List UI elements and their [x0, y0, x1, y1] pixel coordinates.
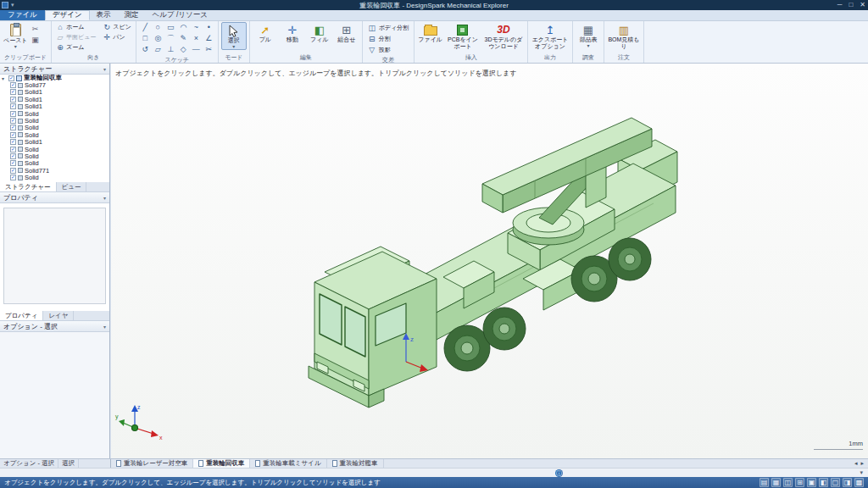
orient-button[interactable]: ↻スピン — [101, 22, 133, 32]
visibility-checkbox[interactable]: ✓ — [10, 89, 16, 95]
tab-properties[interactable]: プロパティ — [0, 311, 43, 320]
orient-button[interactable]: ⌂ホーム — [54, 22, 97, 32]
paste-button[interactable]: ペースト ▾ — [3, 22, 29, 49]
visibility-checkbox[interactable]: ✓ — [10, 125, 16, 130]
visibility-checkbox[interactable]: ✓ — [10, 139, 16, 145]
tree-root-item[interactable]: ▾ ✓ 重装輪回収車 — [0, 75, 109, 81]
visibility-checkbox[interactable]: ✓ — [10, 147, 16, 152]
status-toggle-icon[interactable]: ▩ — [854, 478, 864, 487]
next-tab-icon[interactable]: ▸ — [860, 460, 864, 467]
tree-item[interactable]: ✓Solid1 — [0, 89, 109, 96]
sketch-tool-icon[interactable]: ◠ — [177, 22, 190, 33]
bom-quote-button[interactable]: ▥ BOM見積もり — [607, 22, 641, 49]
sketch-tool-icon[interactable]: ╱ — [139, 22, 152, 33]
sketch-tool-icon[interactable]: ∠ — [203, 33, 215, 44]
combine-button[interactable]: ⊞ 組合せ — [334, 22, 359, 43]
sketch-tool-icon[interactable]: ― — [190, 44, 203, 55]
document-tab[interactable]: 重装輪回収車 — [193, 459, 250, 468]
sketch-tool-icon[interactable]: × — [190, 33, 203, 44]
tree-item[interactable]: ✓Solid1 — [0, 96, 109, 103]
tree-item[interactable]: ✓Solid — [0, 152, 109, 159]
orient-button[interactable]: ✛パン — [101, 32, 133, 42]
tab-file[interactable]: ファイル — [0, 10, 45, 20]
tab-measure[interactable]: 測定 — [118, 10, 146, 20]
orient-button[interactable]: ⊕ズーム — [54, 42, 97, 53]
3d-viewport[interactable]: z x y z オブジェクトをクリックします。ダブルクリックして、エッジループを… — [111, 64, 868, 458]
collapse-icon[interactable]: ▾ — [103, 66, 106, 72]
visibility-checkbox[interactable]: ✓ — [10, 160, 16, 166]
pull-button[interactable]: ➚ プル — [253, 22, 278, 43]
status-toggle-icon[interactable]: ▦ — [771, 478, 781, 487]
status-toggle-icon[interactable]: ◫ — [783, 478, 793, 487]
prev-tab-icon[interactable]: ◂ — [854, 460, 858, 467]
status-toggle-icon[interactable]: ◨ — [843, 478, 852, 487]
tab-options-selection[interactable]: オプション - 選択 — [0, 459, 58, 468]
visibility-checkbox[interactable]: ✓ — [10, 168, 16, 174]
tab-selection[interactable]: 選択 — [58, 459, 79, 468]
properties-grid[interactable] — [3, 208, 106, 304]
collapse-icon[interactable]: ▾ — [103, 324, 106, 330]
export-options-button[interactable]: ↥ エクスポートオプション — [531, 22, 570, 49]
model-canvas[interactable]: z x y z — [111, 64, 868, 458]
tab-views[interactable]: ビュー — [57, 182, 87, 191]
move-button[interactable]: ✛ 移動 — [280, 22, 305, 43]
tree-item[interactable]: ✓Solid771 — [0, 167, 109, 174]
sketch-tool-icon[interactable]: ⊥ — [164, 44, 177, 55]
insert-file-button[interactable]: ファイル — [417, 22, 443, 43]
tree-item[interactable]: ✓Solid — [0, 117, 109, 124]
tree-item[interactable]: ✓Solid — [0, 146, 109, 152]
tab-view[interactable]: 表示 — [90, 10, 118, 20]
intersect-button[interactable]: ◫ボディ分割 — [365, 22, 412, 33]
twisty-icon[interactable]: ▾ — [2, 75, 7, 81]
copy-icon[interactable]: ▣ — [31, 35, 41, 45]
tree-item[interactable]: ✓Solid77 — [0, 81, 109, 88]
visibility-checkbox[interactable]: ✓ — [10, 118, 16, 124]
document-tab[interactable]: 重装輪対艦車 — [327, 459, 384, 468]
download-3d-model-button[interactable]: 3D 3Dモデルのダウンロード — [482, 22, 525, 49]
visibility-checkbox[interactable]: ✓ — [10, 82, 16, 88]
tree-item[interactable]: ✓Solid1 — [0, 139, 109, 146]
tab-design[interactable]: デザイン — [45, 10, 90, 20]
tab-structure[interactable]: ストラクチャー — [0, 182, 57, 191]
status-toggle-icon[interactable]: ◧ — [819, 478, 828, 487]
visibility-checkbox[interactable]: ✓ — [10, 153, 16, 159]
visibility-checkbox[interactable]: ✓ — [10, 132, 16, 138]
sketch-tool-icon[interactable]: ✎ — [177, 33, 190, 44]
sketch-tool-icon[interactable]: ▭ — [164, 22, 177, 33]
status-toggle-icon[interactable]: ▢ — [831, 478, 840, 487]
tree-item[interactable]: ✓Solid1 — [0, 103, 109, 110]
visibility-checkbox[interactable]: ✓ — [8, 75, 14, 81]
maximize-button[interactable]: □ — [849, 1, 853, 8]
sketch-tool-icon[interactable]: ✂ — [203, 44, 215, 55]
select-mode-button[interactable]: 選択 ▾ — [221, 22, 247, 50]
sketch-tool-icon[interactable]: ○ — [152, 22, 164, 33]
tree-item[interactable]: ✓Solid — [0, 160, 109, 167]
sketch-tool-icon[interactable]: • — [203, 22, 215, 33]
visibility-checkbox[interactable]: ✓ — [10, 97, 16, 103]
info-icon[interactable]: ⓘ — [555, 469, 563, 477]
intersect-button[interactable]: ▽投影 — [365, 44, 412, 55]
document-tab[interactable]: 重装輪レーザー対空車 — [111, 459, 193, 468]
sketch-tool-icon[interactable]: ◎ — [152, 33, 164, 44]
status-toggle-icon[interactable]: ⊞ — [795, 478, 804, 487]
tree-item[interactable]: ✓Solid — [0, 131, 109, 138]
visibility-checkbox[interactable]: ✓ — [10, 175, 16, 180]
status-toggle-icon[interactable]: ▤ — [760, 478, 769, 487]
tree-item[interactable]: ✓Solid — [0, 174, 109, 180]
document-tab[interactable]: 重装輪車載ミサイル — [250, 459, 326, 468]
cut-icon[interactable]: ✂ — [31, 24, 41, 34]
chevron-down-icon[interactable]: ▾ — [860, 469, 863, 476]
tree-item[interactable]: ✓Solid — [0, 110, 109, 117]
status-toggle-icon[interactable]: ▣ — [807, 478, 816, 487]
parts-list-button[interactable]: ▦ 部品表 ▾ — [576, 22, 601, 48]
visibility-checkbox[interactable]: ✓ — [10, 103, 16, 109]
sketch-tool-icon[interactable]: ~ — [190, 22, 203, 33]
collapse-icon[interactable]: ▾ — [103, 195, 106, 201]
intersect-button[interactable]: ⊟分割 — [365, 33, 412, 44]
sketch-tool-icon[interactable]: ◇ — [177, 44, 190, 55]
sketch-tool-icon[interactable]: ▱ — [152, 44, 164, 55]
tree-item[interactable]: ✓Solid — [0, 125, 109, 131]
tab-layers[interactable]: レイヤ — [43, 311, 74, 320]
tab-help[interactable]: ヘルプ /リソース — [146, 10, 214, 20]
sketch-tool-icon[interactable]: ↺ — [139, 44, 152, 55]
